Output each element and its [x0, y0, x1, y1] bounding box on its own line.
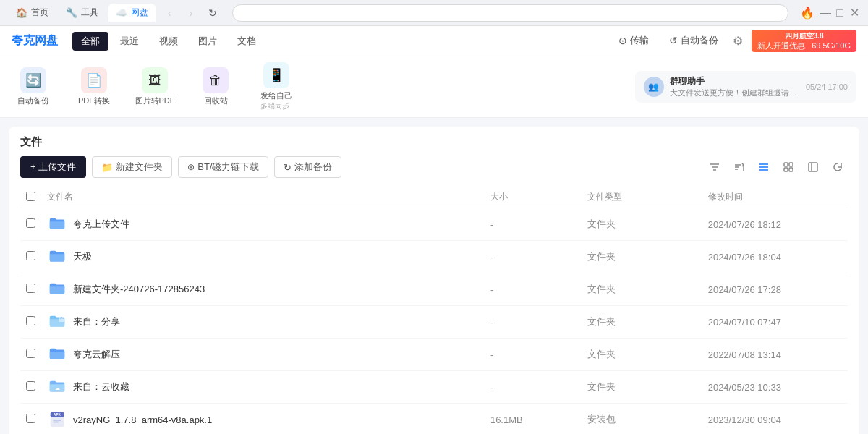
- row-name-cell[interactable]: ☁ 来自：云收藏: [41, 371, 485, 404]
- table-row[interactable]: 夸克云解压 - 文件夹 2022/07/08 13:14: [20, 339, 848, 371]
- row-checkbox[interactable]: [26, 251, 35, 260]
- refresh-files-button[interactable]: [827, 157, 848, 177]
- table-row[interactable]: 夸克上传文件 - 文件夹 2024/07/26 18:12: [20, 208, 848, 241]
- file-name-content: 新建文件夹-240726-172856243: [47, 279, 479, 299]
- nav-tab-image[interactable]: 图片: [190, 32, 226, 51]
- tab-tools[interactable]: 🔧 工具: [59, 4, 106, 22]
- row-checkbox[interactable]: [26, 414, 35, 423]
- transfer-button[interactable]: ⊙ 传输: [613, 31, 655, 50]
- select-all-checkbox[interactable]: [26, 192, 35, 201]
- row-date-cell: 2024/05/23 10:33: [702, 371, 848, 404]
- row-checkbox-cell[interactable]: [20, 306, 41, 339]
- row-date-cell: 2024/07/26 17:28: [702, 273, 848, 306]
- add-backup-button[interactable]: ↻ 添加备份: [274, 156, 341, 178]
- file-name-content: 夸克云解压: [47, 344, 479, 365]
- new-folder-button[interactable]: 📁 新建文件夹: [92, 156, 172, 178]
- notification-title: 群聊助手: [670, 75, 800, 88]
- row-checkbox-cell[interactable]: [20, 371, 41, 404]
- pdf-convert-icon: 📄: [81, 67, 107, 93]
- auto-backup-label: 自动备份: [17, 95, 49, 106]
- detail-view-button[interactable]: [803, 157, 823, 177]
- quick-pdf-convert[interactable]: 📄 PDF转换: [72, 67, 116, 106]
- file-name-content: 天极: [47, 247, 479, 267]
- svg-text:☁: ☁: [55, 386, 60, 391]
- sort-button[interactable]: [729, 157, 749, 177]
- svg-rect-10: [784, 163, 788, 166]
- recycle-icon: 🗑: [203, 67, 229, 93]
- row-size-cell: -: [485, 273, 582, 306]
- grid-view-button[interactable]: [778, 157, 799, 177]
- row-checkbox[interactable]: [26, 218, 35, 228]
- notification-area[interactable]: 👥 群聊助手 大文件发送更方便！创建群组邀请好友进群，最大支持发5... 05/…: [635, 71, 856, 103]
- quick-auto-backup[interactable]: 🔄 自动备份: [12, 67, 55, 106]
- file-name-text: 来自：云收藏: [73, 380, 129, 393]
- row-checkbox-cell[interactable]: [20, 241, 41, 273]
- new-folder-icon: 📁: [101, 162, 113, 173]
- svg-rect-21: [53, 420, 61, 420]
- file-name-text: 夸克云解压: [73, 348, 120, 361]
- table-row[interactable]: 来自：分享 - 文件夹 2024/07/10 07:47: [20, 306, 848, 339]
- minimize-button[interactable]: —: [820, 8, 830, 18]
- table-row[interactable]: 新建文件夹-240726-172856243 - 文件夹 2024/07/26 …: [20, 273, 848, 306]
- file-type-icon: ☁: [47, 377, 67, 397]
- settings-icon[interactable]: ⚙: [733, 34, 743, 48]
- tab-home[interactable]: 🏠 首页: [9, 4, 56, 22]
- table-row[interactable]: APK v2rayNG_1.7.8_arm64-v8a.apk.1 16.1MB…: [20, 404, 848, 435]
- refresh-button[interactable]: ↻: [205, 5, 221, 21]
- nav-tab-video[interactable]: 视频: [150, 32, 187, 51]
- send-self-label: 发给自己 多端同步: [260, 90, 292, 111]
- brand-logo: 夸克网盘: [12, 33, 58, 48]
- row-checkbox[interactable]: [26, 349, 35, 358]
- promo-badge[interactable]: 四月航空3.8 新人开通优惠 69.5G/10G: [752, 30, 856, 52]
- forward-button[interactable]: ›: [183, 5, 199, 21]
- row-date-cell: 2024/07/26 18:12: [702, 208, 848, 241]
- row-name-cell[interactable]: APK v2rayNG_1.7.8_arm64-v8a.apk.1: [41, 404, 485, 435]
- titlebar-tabs: 🏠 首页 🔧 工具 ☁️ 网盘: [9, 4, 156, 22]
- maximize-button[interactable]: □: [835, 8, 845, 18]
- home-icon: 🏠: [16, 7, 27, 18]
- row-checkbox-cell[interactable]: [20, 404, 41, 435]
- img-to-pdf-label: 图片转PDF: [135, 95, 175, 106]
- row-name-cell[interactable]: 夸克上传文件: [41, 208, 485, 241]
- top-navigation: 夸克网盘 全部 最近 视频 图片 文档 ⊙ 传输 ↺ 自动备份 ⚙ 四月航空3.…: [0, 26, 868, 56]
- row-checkbox-cell[interactable]: [20, 273, 41, 306]
- row-checkbox[interactable]: [26, 381, 35, 391]
- row-checkbox[interactable]: [26, 316, 35, 326]
- row-date-cell: 2024/07/10 07:47: [702, 306, 848, 339]
- quick-recycle[interactable]: 🗑 回收站: [194, 67, 237, 106]
- table-row[interactable]: 天极 - 文件夹 2024/07/26 18:04: [20, 241, 848, 273]
- table-row[interactable]: ☁ 来自：云收藏 - 文件夹 2024/05/23 10:33: [20, 371, 848, 404]
- files-toolbar: + 上传文件 📁 新建文件夹 ⊛ BT/磁力链下载 ↻ 添加备份: [20, 156, 848, 178]
- file-name-content: 夸克上传文件: [47, 214, 479, 234]
- nav-tab-recent[interactable]: 最近: [111, 32, 148, 51]
- filter-button[interactable]: [705, 157, 725, 177]
- list-view-button[interactable]: [754, 157, 774, 177]
- row-size-cell: -: [485, 371, 582, 404]
- back-button[interactable]: ‹: [161, 5, 177, 21]
- file-name-content: 来自：分享: [47, 312, 479, 332]
- row-name-cell[interactable]: 夸克云解压: [41, 339, 485, 371]
- auto-backup-button[interactable]: ↺ 自动备份: [663, 31, 724, 50]
- bt-download-button[interactable]: ⊛ BT/磁力链下载: [178, 156, 268, 178]
- row-checkbox-cell[interactable]: [20, 339, 41, 371]
- row-size-cell: -: [485, 306, 582, 339]
- img-to-pdf-icon: 🖼: [142, 67, 168, 93]
- row-name-cell[interactable]: 新建文件夹-240726-172856243: [41, 273, 485, 306]
- close-button[interactable]: ✕: [849, 8, 859, 18]
- header-date: 修改时间: [702, 187, 848, 208]
- row-checkbox-cell[interactable]: [20, 208, 41, 241]
- upload-file-button[interactable]: + 上传文件: [20, 156, 86, 178]
- tab-cloud[interactable]: ☁️ 网盘: [109, 4, 156, 22]
- row-name-cell[interactable]: 天极: [41, 241, 485, 273]
- nav-tab-doc[interactable]: 文档: [229, 32, 265, 51]
- header-checkbox[interactable]: [20, 187, 41, 208]
- row-name-cell[interactable]: 来自：分享: [41, 306, 485, 339]
- file-type-icon: [47, 344, 67, 365]
- address-bar[interactable]: [232, 4, 788, 22]
- nav-tab-all[interactable]: 全部: [72, 32, 109, 51]
- row-date-cell: 2022/07/08 13:14: [702, 339, 848, 371]
- row-checkbox[interactable]: [26, 284, 35, 293]
- row-type-cell: 文件夹: [582, 306, 702, 339]
- quick-send-self[interactable]: 📱 发给自己 多端同步: [255, 62, 298, 111]
- quick-img-to-pdf[interactable]: 🖼 图片转PDF: [133, 67, 176, 106]
